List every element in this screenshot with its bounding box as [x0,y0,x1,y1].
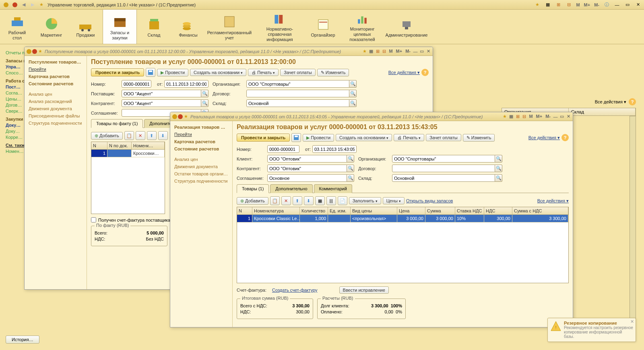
prices-button[interactable]: Цены [383,197,405,204]
help-icon[interactable]: ? [421,69,429,76]
sidebar-item[interactable]: Реализация товаров … [172,124,231,131]
search-icon[interactable]: 🔍 [201,90,208,97]
m-minus-button[interactable]: M- [593,2,601,7]
warehouse-input[interactable] [246,99,349,107]
search-icon[interactable]: 🔍 [495,174,502,182]
save-icon[interactable] [146,68,155,77]
section-desktop[interactable]: Рабочийстол [0,10,34,44]
favorite-icon[interactable]: ★ [183,114,189,119]
move-down-icon[interactable]: ⬇ [158,131,168,140]
org-input[interactable] [392,155,495,163]
nav-menu-icon[interactable] [12,2,18,8]
post-and-close-button[interactable]: Провести и закрыть [237,134,290,142]
sidebar-item[interactable]: Состояние расчетов [172,145,231,152]
section-stock-purchases[interactable]: Запасы изакупки [103,9,137,44]
menu-icon[interactable] [32,49,37,54]
sidebar-item[interactable]: Состояние расчетов [26,80,85,87]
maximize-icon[interactable]: ▭ [624,2,631,8]
enter-correction-button[interactable]: Ввести исправление [339,286,389,294]
m-button[interactable]: M [575,2,581,7]
copy-row-icon[interactable]: 📋 [124,131,134,140]
contract-input[interactable] [392,165,495,172]
menu-icon[interactable] [178,114,183,119]
edit-button[interactable]: ✎ Изменить [317,69,349,76]
section-reference-info[interactable]: Нормативно-справочнаяинформация [254,10,306,44]
date-input[interactable] [312,145,357,153]
section-organizer[interactable]: Органайзер [306,10,340,44]
section-kpi[interactable]: Мониторинг целевыхпоказателей [340,10,384,44]
nav-back-icon[interactable]: ◀ [21,2,27,8]
sidebar-item[interactable]: Остатки товаров органи… [172,170,231,177]
grid-icon[interactable]: ▦ [315,196,325,205]
close-icon[interactable]: ✕ [635,2,641,8]
minimize-icon[interactable]: — [553,114,558,119]
search-icon[interactable]: 🔍 [495,165,502,172]
minimize-icon[interactable]: — [614,2,620,8]
close-icon[interactable]: ✕ [566,114,571,119]
section-sales[interactable]: Продажи [68,10,103,44]
calendar-icon[interactable]: ⊟ [381,49,387,54]
search-icon[interactable]: 🔍 [495,155,502,163]
org-input[interactable] [246,80,349,88]
section-reg-accounting[interactable]: Регламентированныйучет [205,10,254,44]
counterparty-input[interactable] [122,99,201,107]
search-icon[interactable]: 🔍 [349,99,357,107]
agreement-input[interactable] [267,174,347,182]
date-input[interactable] [164,80,208,88]
sidebar-item[interactable]: Анализ цен [26,91,85,98]
tab-additional[interactable]: Дополнительно [270,184,312,193]
m-plus-button[interactable]: M+ [583,2,592,7]
search-icon[interactable]: 🔍 [347,165,354,172]
section-warehouse[interactable]: Склад [137,10,171,44]
section-marketing[interactable]: Маркетинг [34,10,68,44]
sales-goods-table[interactable]: N Номенклатура Количество Ед. изм. Вид ц… [237,207,569,283]
sidebar-item[interactable]: Поступление товаров… [26,58,85,66]
m-minus-button[interactable]: M- [404,49,412,54]
all-actions-link[interactable]: Все действия ▾ [528,135,560,140]
save-icon[interactable] [291,133,301,142]
close-icon[interactable]: ✕ [630,319,634,324]
tab-goods[interactable]: Товары по факту (1) [91,119,143,128]
minimize-icon[interactable]: — [413,49,418,54]
sidebar-item[interactable]: Карточка расчетов [26,73,85,80]
sidebar-item[interactable]: Структура подчиненности [26,119,85,127]
calc-icon[interactable]: ⊞ [515,114,520,119]
sidebar-item[interactable]: Карточка расчетов [172,138,231,145]
history-button[interactable]: История… [6,336,39,344]
sidebar-item[interactable]: Структура подчиненности [172,177,231,185]
offset-payment-button[interactable]: Зачет оплаты [426,134,461,141]
post-button[interactable]: ▶ Провести [157,69,188,76]
print-button[interactable]: 🖨 Печать [394,134,424,141]
search-icon[interactable]: 🔍 [347,174,354,182]
move-up-icon[interactable]: ⬆ [293,196,302,205]
fav-right-icon[interactable]: ★ [534,2,541,8]
search-icon[interactable]: 🔍 [349,90,357,97]
tab-goods[interactable]: Товары (1) [237,184,269,193]
favorite-icon[interactable]: ★ [502,114,508,119]
search-icon[interactable]: 🔍 [349,80,357,88]
section-finance[interactable]: Финансы [171,10,205,44]
sidebar-item[interactable]: Анализ цен [172,156,231,163]
client-input[interactable] [267,155,347,163]
close-icon[interactable]: ✕ [425,49,431,54]
m-button[interactable]: M [388,49,394,54]
calendar-icon[interactable]: ⊟ [521,114,527,119]
sidebar-item[interactable]: Движения документа [172,163,231,170]
add-row-button[interactable]: ⊕ Добавить [237,197,268,205]
favorite-icon[interactable]: ★ [38,2,45,8]
section-admin[interactable]: Администрирование [384,10,429,44]
move-down-icon[interactable]: ⬇ [304,196,314,205]
sidebar-item[interactable]: Движения документа [26,105,85,112]
offset-payment-button[interactable]: Зачет оплаты [280,69,315,76]
copy-row-icon[interactable]: 📋 [270,196,280,205]
favorite-icon[interactable]: ★ [37,49,43,54]
delete-row-icon[interactable]: ✕ [136,131,145,140]
notes-icon[interactable]: ▦ [545,2,551,8]
counterparty-input[interactable] [267,165,347,172]
notes-icon[interactable]: ▦ [508,114,514,119]
edit-button[interactable]: ✎ Изменить [463,134,495,142]
calendar-icon[interactable]: ⊟ [566,2,572,8]
number-input[interactable] [267,145,299,153]
receipt-goods-table[interactable]: N N по док. Номенк… 1 Кроссовки… [91,142,165,214]
all-actions-link[interactable]: Все действия ▾ [537,198,569,204]
